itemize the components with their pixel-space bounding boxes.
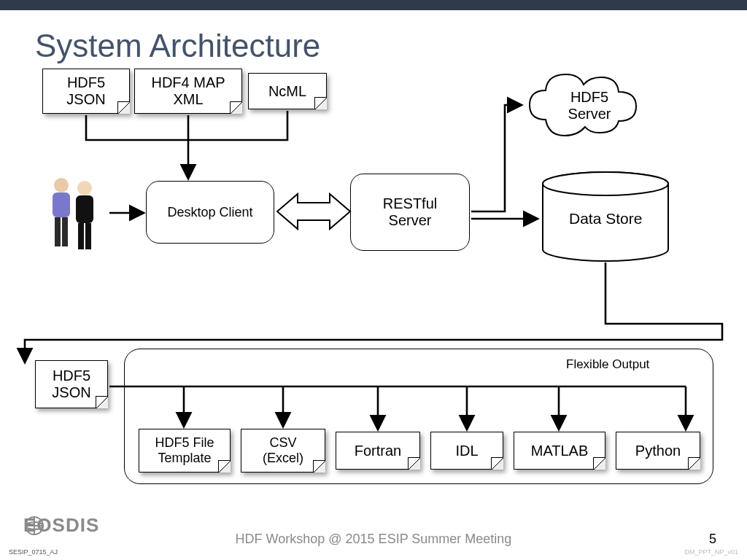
footer-code-right: DM_PPT_NP_v01 xyxy=(684,548,738,556)
footer-code-left: SESIP_0715_AJ xyxy=(9,548,58,556)
footer-caption: HDF Workshop @ 2015 ESIP Summer Meeting xyxy=(0,532,747,547)
connectors xyxy=(0,0,747,560)
page-number: 5 xyxy=(709,532,716,547)
